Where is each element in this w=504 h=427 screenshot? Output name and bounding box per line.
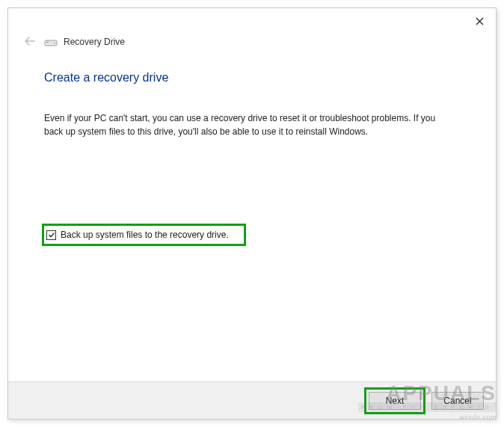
dialog-footer: Next Cancel: [8, 381, 496, 419]
cancel-button-label: Cancel: [443, 396, 471, 406]
page-heading: Create a recovery drive: [44, 71, 466, 85]
cancel-button[interactable]: Cancel: [431, 392, 484, 410]
wizard-header: Recovery Drive: [8, 32, 496, 53]
titlebar: [8, 8, 496, 32]
back-arrow-icon: [23, 35, 37, 49]
svg-point-4: [54, 42, 55, 43]
recovery-drive-dialog: Recovery Drive Create a recovery drive E…: [7, 7, 497, 420]
svg-rect-3: [46, 42, 49, 43]
backup-checkbox-highlight: Back up system files to the recovery dri…: [42, 224, 246, 246]
next-button-label: Next: [386, 396, 405, 406]
description-text: Even if your PC can't start, you can use…: [44, 111, 448, 138]
backup-checkbox[interactable]: [46, 230, 56, 240]
content-area: Create a recovery drive Even if your PC …: [8, 53, 496, 381]
drive-icon: [44, 38, 56, 46]
close-button[interactable]: [470, 13, 488, 31]
close-icon: [476, 16, 484, 28]
next-button-highlight: Next: [364, 387, 425, 414]
backup-checkbox-label[interactable]: Back up system files to the recovery dri…: [61, 230, 229, 240]
checkmark-icon: [48, 231, 55, 239]
header-title: Recovery Drive: [64, 37, 125, 47]
next-button[interactable]: Next: [369, 392, 421, 410]
